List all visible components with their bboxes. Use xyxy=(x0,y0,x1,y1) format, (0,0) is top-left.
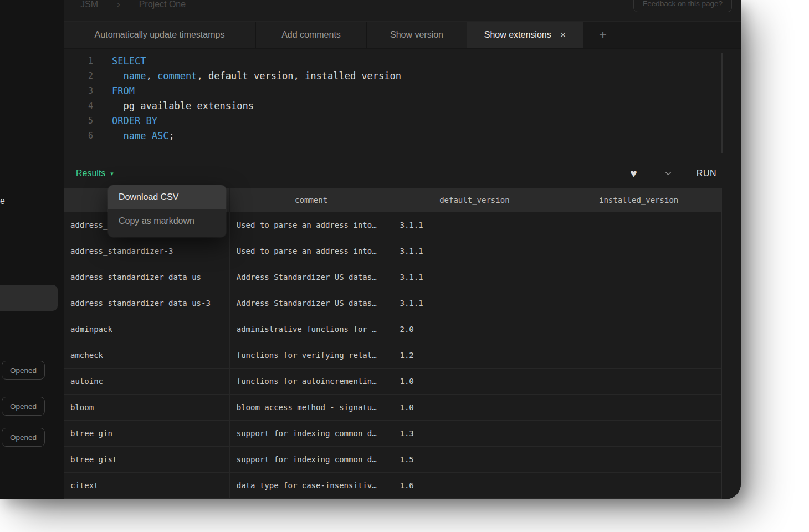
cell-default_version: 3.1.1 xyxy=(393,290,557,316)
code-line: 3FROM xyxy=(64,84,741,99)
cell-default_version: 1.6 xyxy=(393,473,557,498)
cell-default_version: 1.0 xyxy=(393,395,557,420)
cell-installed_version xyxy=(556,421,721,446)
breadcrumb-chevron-icon: › xyxy=(117,0,120,10)
feedback-button[interactable]: Feedback on this page? xyxy=(633,0,732,12)
cell-name: address_standardizer_data_us xyxy=(64,264,230,290)
opened-badge[interactable]: Opened xyxy=(2,428,45,447)
code-token: name xyxy=(123,129,146,144)
table-row[interactable]: citextdata type for case-insensitiv…1.6 xyxy=(64,473,721,499)
cell-default_version: 1.0 xyxy=(393,369,557,394)
tab-add-comments[interactable]: Add comments xyxy=(256,22,367,48)
cell-comment: support for indexing common d… xyxy=(230,421,393,446)
table-body: address_standardizerUsed to parse an add… xyxy=(64,212,721,499)
cell-default_version: 1.5 xyxy=(393,447,557,472)
sidebar-active-item[interactable] xyxy=(0,285,58,311)
line-number: 3 xyxy=(64,84,112,99)
column-header-installed_version: installed_version xyxy=(556,188,721,212)
code-token xyxy=(112,129,123,144)
cell-name: autoinc xyxy=(64,369,230,394)
opened-badge[interactable]: Opened xyxy=(2,397,45,416)
code-token xyxy=(146,129,151,144)
cell-comment: Used to parse an address into… xyxy=(230,238,393,264)
tab-show-version[interactable]: Show version xyxy=(367,22,467,48)
line-number: 1 xyxy=(64,54,112,69)
cell-installed_version xyxy=(556,212,721,238)
code-token: ASC xyxy=(152,129,169,144)
menu-item-copy-as-markdown[interactable]: Copy as markdown xyxy=(108,209,226,233)
code-token: comment xyxy=(157,69,197,84)
cell-installed_version xyxy=(556,290,721,316)
cell-name: bloom xyxy=(64,395,230,420)
tab-automatically-update-timestamps[interactable]: Automatically update timestamps xyxy=(64,22,256,48)
chevron-down-icon[interactable] xyxy=(663,168,673,178)
cell-name: btree_gin xyxy=(64,421,230,446)
line-number: 2 xyxy=(64,69,112,84)
tab-bar-rest: + xyxy=(583,22,741,48)
line-number: 4 xyxy=(64,99,112,114)
cell-comment: functions for verifying relat… xyxy=(230,342,393,368)
run-button[interactable]: RUN xyxy=(697,168,716,178)
tab-label: Show extensions xyxy=(484,30,551,40)
context-menu: Download CSVCopy as markdown xyxy=(108,185,226,237)
table-row[interactable]: btree_ginsupport for indexing common d…1… xyxy=(64,421,721,447)
cell-default_version: 3.1.1 xyxy=(393,238,557,264)
cell-comment: data type for case-insensitiv… xyxy=(230,473,393,498)
sql-editor[interactable]: 1SELECT2 name, comment, default_version,… xyxy=(64,49,741,158)
code-token: FROM xyxy=(112,84,135,99)
top-bar: JSM › Project One Feedback on this page? xyxy=(64,0,741,21)
table-row[interactable]: address_standardizer_data_usAddress Stan… xyxy=(64,264,721,290)
column-header-comment: comment xyxy=(230,188,393,212)
cell-installed_version xyxy=(556,264,721,290)
line-number: 6 xyxy=(64,129,112,144)
table-row[interactable]: address_standardizer_data_us-3Address St… xyxy=(64,290,721,316)
cell-name: amcheck xyxy=(64,342,230,368)
cell-installed_version xyxy=(556,369,721,394)
cell-installed_version xyxy=(556,473,721,498)
code-token: pg_available_extensions xyxy=(112,99,254,114)
close-tab-icon[interactable]: × xyxy=(560,30,566,40)
editor-scrollbar[interactable] xyxy=(721,53,723,153)
tab-label: Automatically update timestamps xyxy=(95,30,225,40)
tab-bar: Automatically update timestampsAdd comme… xyxy=(64,21,741,49)
table-row[interactable]: amcheckfunctions for verifying relat…1.2 xyxy=(64,342,721,369)
results-bar: Results ▾ ♥ RUN xyxy=(64,158,741,188)
cell-installed_version xyxy=(556,395,721,420)
cell-comment: bloom access method - signatu… xyxy=(230,395,393,420)
favorite-icon[interactable]: ♥ xyxy=(630,167,637,179)
cell-installed_version xyxy=(556,238,721,264)
cell-default_version: 1.2 xyxy=(393,342,557,368)
cell-comment: Used to parse an address into… xyxy=(230,212,393,238)
code-line: 2 name, comment, default_version, instal… xyxy=(64,69,741,84)
cell-default_version: 1.3 xyxy=(393,421,557,446)
table-row[interactable]: btree_gistsupport for indexing common d…… xyxy=(64,447,721,473)
new-tab-button[interactable]: + xyxy=(599,28,607,42)
table-row[interactable]: address_standardizer-3Used to parse an a… xyxy=(64,238,721,264)
cell-default_version: 2.0 xyxy=(393,316,557,342)
cell-default_version: 3.1.1 xyxy=(393,264,557,290)
app-window: e OpenedOpenedOpened JSM › Project One F… xyxy=(0,0,741,499)
table-row[interactable]: adminpackadministrative functions for …2… xyxy=(64,316,721,342)
code-token: SELECT xyxy=(112,54,146,69)
table-row[interactable]: bloombloom access method - signatu…1.0 xyxy=(64,395,721,421)
tab-label: Show version xyxy=(390,30,443,40)
cell-comment: functions for autoincrementin… xyxy=(230,369,393,394)
code-line: 5ORDER BY xyxy=(64,114,741,129)
table-row[interactable]: autoincfunctions for autoincrementin…1.0 xyxy=(64,369,721,395)
opened-badge[interactable]: Opened xyxy=(2,361,45,380)
code-token: , default_version, installed_version xyxy=(197,69,401,84)
code-line: 6 name ASC; xyxy=(64,129,741,144)
tab-show-extensions[interactable]: Show extensions× xyxy=(467,22,583,48)
menu-item-download-csv[interactable]: Download CSV xyxy=(108,185,226,209)
breadcrumb-project[interactable]: Project One xyxy=(139,0,186,9)
breadcrumb-org[interactable]: JSM xyxy=(80,0,98,9)
column-header-default_version: default_version xyxy=(393,188,557,212)
results-dropdown[interactable]: Results ▾ xyxy=(76,168,114,178)
cell-comment: administrative functions for … xyxy=(230,316,393,342)
code-token: ORDER BY xyxy=(112,114,157,129)
tab-label: Add comments xyxy=(281,30,341,40)
code-line: 1SELECT xyxy=(64,54,741,69)
sidebar: e OpenedOpenedOpened xyxy=(0,0,64,499)
code-token: ; xyxy=(168,129,174,144)
cell-comment: Address Standardizer US datas… xyxy=(230,290,393,316)
